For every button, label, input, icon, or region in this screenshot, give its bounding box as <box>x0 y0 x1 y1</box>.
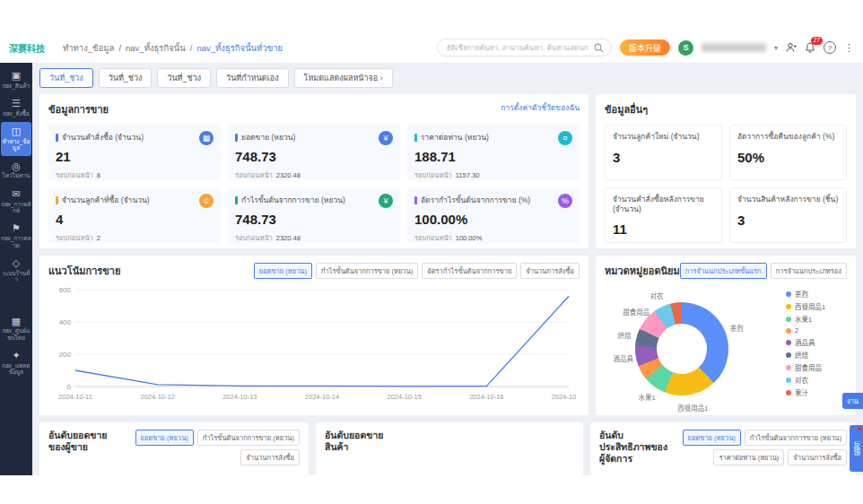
prev-period-label: รอบก่อนหน้า <box>56 234 93 242</box>
feedback-floating-tab[interactable]: 反馈 <box>850 425 863 472</box>
upgrade-button[interactable]: 版本升级 <box>620 39 670 56</box>
sidebar: ▣nav_สินค้า ☰nav_สั่งซื้อ ◫ทำทาง_ข้อมูล … <box>0 63 32 475</box>
sidebar-item-store-system[interactable]: ◇ระบบร้านค้า <box>1 254 31 288</box>
sidebar-item-products[interactable]: ▣nav_สินค้า <box>1 66 31 93</box>
legend-item[interactable]: 果汁 <box>786 387 847 397</box>
stat-tile-per-customer: ราคาต่อท่าน (หยวน) ¤ 188.71 รอบก่อนหน้า1… <box>407 125 580 180</box>
task-floating-tab[interactable]: งาน <box>842 393 863 409</box>
breadcrumb-separator: / <box>118 43 121 53</box>
stat-tile-gross-margin: อัตรากำไรขั้นต้นจากการขาย (%) % 100.00% … <box>407 187 580 243</box>
username-redacted <box>702 43 766 52</box>
legend-item[interactable]: 西餐用品1 <box>786 301 847 311</box>
seller-rank-tabs: ยอดขาย (หยวน) กำไรขั้นต้นจากการขาย (หยวน… <box>118 430 300 465</box>
sidebar-item-data-active[interactable]: ◫ทำทาง_ข้อมูล <box>1 122 31 156</box>
tab-date-custom[interactable]: วันที่กำหนดเอง <box>216 68 288 88</box>
manager-ranking-card: อันดับประสิทธิภาพของผู้จัดการ ยอดขาย (หย… <box>590 422 856 475</box>
tab-date-range-1[interactable]: วันที่_ช่วง <box>39 68 93 88</box>
tab-manager-revenue[interactable]: ยอดขาย (หยวน) <box>683 430 741 446</box>
tab-trend-gross-profit[interactable]: กำไรขั้นต้นจากการขาย (หยวน) <box>316 263 418 279</box>
header-actions: 版本升级 S ▾ 27 ? ⋮ <box>437 39 854 56</box>
stat-tile-buying-customers: จำนวนลูกค้าที่ซื้อ (จำนวน) ☺ 4 รอบก่อนหน… <box>48 187 221 243</box>
tab-trend-gross-margin[interactable]: อัตรากำไรขั้นต้นจากการขาย <box>422 263 517 279</box>
breadcrumb-item[interactable]: ทำทาง_ข้อมูล <box>63 41 114 55</box>
tab-manager-gross-profit[interactable]: กำไรขั้นต้นจากการขาย (หยวน) <box>745 430 847 446</box>
sidebar-item-label: nav_ศูนย์แชบไทย <box>1 327 31 341</box>
per-customer-icon: ¤ <box>558 131 572 145</box>
add-user-icon[interactable] <box>786 42 797 53</box>
tab-date-range-3[interactable]: วันที่_ช่วง <box>157 68 211 88</box>
mail-icon: ✉ <box>12 188 20 200</box>
sales-overview-card: ข้อมูลการขาย การตั้งค่าตัวชี้วัดของฉัน จ… <box>39 94 588 248</box>
tab-manager-order-count[interactable]: จำนวนการสั่งซื้อ <box>788 449 847 465</box>
avatar[interactable]: S <box>678 40 693 56</box>
svg-text:600: 600 <box>59 286 72 294</box>
store-icon: ◇ <box>13 257 20 269</box>
fullscreen-mode-button[interactable]: โหมดแสดงผลหน้าจอ › <box>294 68 393 88</box>
legend-item[interactable]: 烘焙 <box>786 350 847 360</box>
sidebar-item-platform-data[interactable]: ✦nav_แพลตข้อมูล <box>1 346 31 380</box>
tile-label: จำนวนลูกค้าใหม่ (จำนวน) <box>613 132 714 142</box>
tab-trend-order-count[interactable]: จำนวนการสั่งซื้อ <box>520 263 580 279</box>
card-title: อันดับประสิทธิภาพของผู้จัดการ <box>599 430 669 465</box>
sidebar-item-marketing[interactable]: ⚑nav_การตลาด <box>1 219 31 253</box>
prev-period-value: 100.00% <box>456 234 483 242</box>
tab-category-primary[interactable]: การจำแนกประเภทขั้นแรก <box>680 263 767 279</box>
tile-value: 188.71 <box>414 149 572 164</box>
sidebar-item-label: ไหวไม่ทาน <box>2 172 30 178</box>
chart-icon: ◫ <box>12 126 21 137</box>
notification-badge: 27 <box>811 37 823 45</box>
legend-label: 甜食用品 <box>795 362 822 372</box>
product-ranking-card: อันดับยอดขายสินค้า <box>316 422 583 475</box>
legend-item[interactable]: 水果1 <box>786 314 847 324</box>
svg-text:2024-10-11: 2024-10-11 <box>58 393 92 401</box>
legend-item[interactable]: 2 <box>786 326 847 335</box>
legend-label: 果汁 <box>795 387 808 397</box>
tile-value: 4 <box>56 212 214 227</box>
tab-trend-revenue[interactable]: ยอดขาย (หยวน) <box>254 263 312 279</box>
indicator-settings-link[interactable]: การตั้งค่าตัวชี้วัดของฉัน <box>501 101 580 114</box>
trend-metric-tabs: ยอดขาย (หยวน) กำไรขั้นต้นจากการขาย (หยวน… <box>254 263 580 279</box>
tile-label: อัตรากำไรขั้นต้นจากการขาย (%) <box>421 194 530 206</box>
sidebar-item-label: nav_สินค้า <box>3 83 31 89</box>
tile-accent-bar <box>56 196 58 204</box>
legend-item[interactable]: 酒品具 <box>786 337 847 347</box>
legend-color-dot <box>786 291 791 297</box>
legend-label: 烘焙 <box>795 350 808 360</box>
legend-label: 对农 <box>795 375 808 385</box>
tile-value: 11 <box>613 222 714 237</box>
help-icon[interactable]: ? <box>824 41 836 54</box>
notifications-bell-icon[interactable]: 27 <box>805 42 815 53</box>
sidebar-item-member-center[interactable]: ▦nav_ศูนย์แชบไทย <box>1 312 31 346</box>
more-icon[interactable]: ⋮ <box>844 42 854 54</box>
tab-seller-revenue[interactable]: ยอดขาย (หยวน) <box>135 430 194 446</box>
svg-text:200: 200 <box>59 351 72 359</box>
legend-color-dot <box>786 304 791 309</box>
search-box[interactable] <box>437 39 612 56</box>
stat-tile-gross-profit: กำไรขั้นต้นจากการขาย (หยวน) ¥ 748.73 รอบ… <box>228 187 400 243</box>
star-icon: ✦ <box>12 350 20 361</box>
tile-accent-bar <box>414 196 417 204</box>
sidebar-item-live[interactable]: ◎ไหวไม่ทาน <box>1 157 31 184</box>
margin-rate-icon: % <box>558 194 572 208</box>
tab-date-range-2[interactable]: วันที่_ช่วง <box>99 68 153 88</box>
tab-manager-per-customer[interactable]: ราคาต่อท่าน (หยวน) <box>713 449 784 465</box>
svg-text:0: 0 <box>67 383 72 391</box>
breadcrumb-item[interactable]: nav_ทั้งธุรกิจนั้น <box>126 41 186 55</box>
legend-item[interactable]: 对农 <box>786 375 847 385</box>
tab-category-secondary[interactable]: การจำแนกประเภทรอง <box>771 263 847 279</box>
sidebar-item-orders[interactable]: ☰nav_สั่งซื้อ <box>1 94 31 121</box>
search-icon[interactable] <box>594 43 604 53</box>
tile-label: จำนวนคำสั่งซื้อหลังการขาย (จำนวน) <box>613 195 714 213</box>
legend-color-dot <box>786 378 791 383</box>
legend-item[interactable]: 甜食用品 <box>786 362 847 372</box>
search-input[interactable] <box>445 43 594 53</box>
tab-seller-order-count[interactable]: จำนวนการสั่งซื้อ <box>240 449 300 465</box>
tab-seller-gross-profit[interactable]: กำไรขั้นต้นจากการขาย (หยวน) <box>197 430 300 446</box>
chevron-down-icon[interactable]: ▾ <box>774 44 778 52</box>
sidebar-item-payment[interactable]: ✉nav_การผลักษ์ <box>1 185 31 219</box>
prev-period-value: 1157.30 <box>456 171 480 179</box>
tile-label: กำไรขั้นต้นจากการขาย (หยวน) <box>241 194 345 206</box>
tile-value: 748.73 <box>235 212 393 227</box>
legend-item[interactable]: 茶烈 <box>786 289 847 299</box>
svg-text:2024-10-16: 2024-10-16 <box>469 393 503 401</box>
